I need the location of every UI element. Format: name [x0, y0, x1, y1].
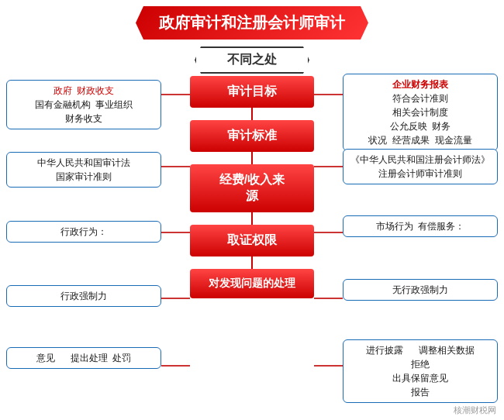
center-box-1: 审计目标	[190, 76, 314, 108]
connector-3	[251, 212, 253, 225]
left-box-1: 政府 财政收支 国有金融机构 事业组织 财务收支	[6, 80, 161, 129]
right-1-line-4: 公允反映 财务	[348, 119, 492, 133]
left-1-line-3: 财务收支	[12, 112, 156, 126]
right-box-5: 进行披露 调整相关数据 拒绝 出具保留意见 报告	[343, 339, 498, 403]
left-box-4: 行政强制力	[6, 285, 161, 307]
right-box-2: 《中华人民共和国注册会计师法》 注册会计师审计准则	[343, 149, 498, 184]
right-box-3: 市场行为 有偿服务：	[343, 215, 498, 237]
left-3-line-1: 行政行为：	[12, 225, 156, 239]
left-2-line-1: 中华人民共和国审计法	[12, 156, 156, 170]
left-2-line-2: 国家审计准则	[12, 170, 156, 184]
left-1-line-2: 国有金融机构 事业组织	[12, 98, 156, 112]
connector-1	[251, 108, 253, 120]
title-banner: 政府审计和注册会计师审计	[136, 6, 368, 40]
left-1-line-1: 政府 财政收支	[12, 84, 156, 98]
section-header-text: 不同之处	[227, 53, 277, 66]
right-2-line-1: 《中华人民共和国注册会计师法》	[348, 153, 492, 167]
right-box-1: 企业财务报表 符合会计准则 相关会计制度 公允反映 财务 状况 经营成果 现金流…	[343, 74, 498, 151]
watermark: 核潮财税网	[454, 405, 496, 416]
right-1-line-1: 企业财务报表	[348, 77, 492, 91]
left-5-line-1: 意见 提出处理 处罚	[12, 351, 156, 365]
connector-4	[251, 256, 253, 269]
section-header: 不同之处	[195, 46, 309, 74]
right-box-4: 无行政强制力	[343, 279, 498, 301]
right-4-line-1: 无行政强制力	[348, 283, 492, 297]
right-1-line-5: 状况 经营成果 现金流量	[348, 133, 492, 147]
right-2-line-2: 注册会计师审计准则	[348, 167, 492, 181]
left-box-3: 行政行为：	[6, 221, 161, 243]
main-container: 政府审计和注册会计师审计 不同之处 审计目标 审计标准 经费/收入来源 取证权限…	[0, 0, 504, 420]
right-3-line-1: 市场行为 有偿服务：	[348, 219, 492, 233]
right-5-line-2: 拒绝	[348, 357, 492, 371]
right-5-line-4: 报告	[348, 385, 492, 399]
right-1-line-3: 相关会计制度	[348, 105, 492, 119]
center-box-5: 对发现问题的处理	[190, 269, 314, 298]
left-4-line-1: 行政强制力	[12, 289, 156, 303]
center-box-4: 取证权限	[190, 225, 314, 256]
right-5-line-1: 进行披露 调整相关数据	[348, 343, 492, 357]
connector-2	[251, 152, 253, 164]
center-box-3: 经费/收入来源	[190, 164, 314, 212]
right-1-line-2: 符合会计准则	[348, 91, 492, 105]
title-text: 政府审计和注册会计师审计	[159, 14, 345, 31]
right-5-line-3: 出具保留意见	[348, 371, 492, 385]
center-box-2: 审计标准	[190, 120, 314, 152]
left-box-5: 意见 提出处理 处罚	[6, 347, 161, 369]
left-box-2: 中华人民共和国审计法 国家审计准则	[6, 152, 161, 188]
center-boxes-wrapper: 审计目标 审计标准 经费/收入来源 取证权限 对发现问题的处理	[190, 76, 314, 298]
